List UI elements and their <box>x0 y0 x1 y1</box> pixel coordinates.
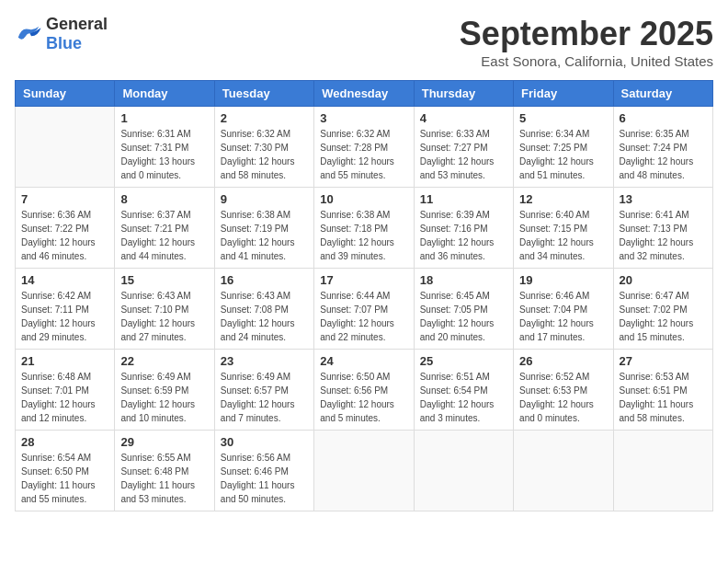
day-number: 7 <box>21 192 108 206</box>
day-info: Sunrise: 6:45 AM Sunset: 7:05 PM Dayligh… <box>420 289 507 344</box>
day-number: 6 <box>620 111 707 125</box>
day-number: 25 <box>420 354 507 368</box>
day-info: Sunrise: 6:38 AM Sunset: 7:19 PM Dayligh… <box>221 208 308 263</box>
day-info: Sunrise: 6:42 AM Sunset: 7:11 PM Dayligh… <box>21 289 108 344</box>
day-info: Sunrise: 6:32 AM Sunset: 7:28 PM Dayligh… <box>320 127 407 182</box>
calendar-week-1: 1Sunrise: 6:31 AM Sunset: 7:31 PM Daylig… <box>16 107 713 188</box>
calendar-week-4: 21Sunrise: 6:48 AM Sunset: 7:01 PM Dayli… <box>16 350 713 431</box>
day-number: 3 <box>320 111 407 125</box>
day-info: Sunrise: 6:56 AM Sunset: 6:46 PM Dayligh… <box>221 451 308 506</box>
calendar-table: SundayMondayTuesdayWednesdayThursdayFrid… <box>15 80 713 511</box>
day-info: Sunrise: 6:39 AM Sunset: 7:16 PM Dayligh… <box>420 208 507 263</box>
calendar-cell <box>314 431 414 511</box>
day-number: 21 <box>21 354 108 368</box>
day-info: Sunrise: 6:41 AM Sunset: 7:13 PM Dayligh… <box>620 208 707 263</box>
calendar-cell: 17Sunrise: 6:44 AM Sunset: 7:07 PM Dayli… <box>314 269 414 350</box>
day-info: Sunrise: 6:35 AM Sunset: 7:24 PM Dayligh… <box>620 127 707 182</box>
location-title: East Sonora, California, United States <box>460 53 713 69</box>
day-info: Sunrise: 6:46 AM Sunset: 7:04 PM Dayligh… <box>519 289 607 344</box>
day-info: Sunrise: 6:55 AM Sunset: 6:48 PM Dayligh… <box>120 451 208 506</box>
day-number: 19 <box>519 273 607 287</box>
calendar-header-saturday: Saturday <box>613 81 712 107</box>
calendar-cell: 10Sunrise: 6:38 AM Sunset: 7:18 PM Dayli… <box>314 188 414 269</box>
calendar-cell <box>414 431 513 511</box>
calendar-cell: 6Sunrise: 6:35 AM Sunset: 7:24 PM Daylig… <box>613 107 712 188</box>
day-number: 5 <box>519 111 607 125</box>
day-info: Sunrise: 6:54 AM Sunset: 6:50 PM Dayligh… <box>21 451 108 506</box>
day-number: 8 <box>120 192 208 206</box>
calendar-header-row: SundayMondayTuesdayWednesdayThursdayFrid… <box>16 81 713 107</box>
day-number: 27 <box>620 354 707 368</box>
day-info: Sunrise: 6:51 AM Sunset: 6:54 PM Dayligh… <box>420 370 507 425</box>
calendar-header-tuesday: Tuesday <box>214 81 313 107</box>
day-info: Sunrise: 6:38 AM Sunset: 7:18 PM Dayligh… <box>320 208 407 263</box>
calendar-cell: 18Sunrise: 6:45 AM Sunset: 7:05 PM Dayli… <box>414 269 513 350</box>
logo-general: General <box>46 15 108 33</box>
calendar-cell <box>514 431 613 511</box>
calendar-week-3: 14Sunrise: 6:42 AM Sunset: 7:11 PM Dayli… <box>16 269 713 350</box>
page-header: General Blue September 2025 East Sonora,… <box>15 15 713 69</box>
day-number: 17 <box>320 273 407 287</box>
calendar-cell <box>613 431 712 511</box>
day-number: 30 <box>221 435 308 449</box>
calendar-cell: 15Sunrise: 6:43 AM Sunset: 7:10 PM Dayli… <box>115 269 214 350</box>
day-info: Sunrise: 6:48 AM Sunset: 7:01 PM Dayligh… <box>21 370 108 425</box>
day-info: Sunrise: 6:49 AM Sunset: 6:57 PM Dayligh… <box>221 370 308 425</box>
calendar-cell <box>16 107 115 188</box>
day-info: Sunrise: 6:50 AM Sunset: 6:56 PM Dayligh… <box>320 370 407 425</box>
calendar-cell: 23Sunrise: 6:49 AM Sunset: 6:57 PM Dayli… <box>214 350 313 431</box>
calendar-cell: 11Sunrise: 6:39 AM Sunset: 7:16 PM Dayli… <box>414 188 513 269</box>
day-number: 22 <box>120 354 208 368</box>
day-info: Sunrise: 6:36 AM Sunset: 7:22 PM Dayligh… <box>21 208 108 263</box>
calendar-cell: 8Sunrise: 6:37 AM Sunset: 7:21 PM Daylig… <box>115 188 214 269</box>
calendar-cell: 30Sunrise: 6:56 AM Sunset: 6:46 PM Dayli… <box>214 431 313 511</box>
calendar-cell: 28Sunrise: 6:54 AM Sunset: 6:50 PM Dayli… <box>16 431 115 511</box>
day-number: 18 <box>420 273 507 287</box>
day-info: Sunrise: 6:37 AM Sunset: 7:21 PM Dayligh… <box>120 208 208 263</box>
calendar-cell: 14Sunrise: 6:42 AM Sunset: 7:11 PM Dayli… <box>16 269 115 350</box>
day-number: 26 <box>519 354 607 368</box>
day-number: 4 <box>420 111 507 125</box>
logo-blue: Blue <box>46 34 82 52</box>
calendar-cell: 27Sunrise: 6:53 AM Sunset: 6:51 PM Dayli… <box>613 350 712 431</box>
calendar-cell: 20Sunrise: 6:47 AM Sunset: 7:02 PM Dayli… <box>613 269 712 350</box>
logo-text: General Blue <box>46 15 108 53</box>
day-number: 29 <box>120 435 208 449</box>
day-number: 20 <box>620 273 707 287</box>
calendar-cell: 22Sunrise: 6:49 AM Sunset: 6:59 PM Dayli… <box>115 350 214 431</box>
month-title: September 2025 <box>460 15 713 53</box>
day-info: Sunrise: 6:53 AM Sunset: 6:51 PM Dayligh… <box>620 370 707 425</box>
day-number: 28 <box>21 435 108 449</box>
day-number: 2 <box>221 111 308 125</box>
calendar-cell: 4Sunrise: 6:33 AM Sunset: 7:27 PM Daylig… <box>414 107 513 188</box>
day-info: Sunrise: 6:44 AM Sunset: 7:07 PM Dayligh… <box>320 289 407 344</box>
calendar-week-5: 28Sunrise: 6:54 AM Sunset: 6:50 PM Dayli… <box>16 431 713 511</box>
logo-bird-icon <box>15 23 42 45</box>
calendar-cell: 19Sunrise: 6:46 AM Sunset: 7:04 PM Dayli… <box>514 269 613 350</box>
day-info: Sunrise: 6:31 AM Sunset: 7:31 PM Dayligh… <box>120 127 208 182</box>
logo: General Blue <box>15 15 108 53</box>
day-info: Sunrise: 6:33 AM Sunset: 7:27 PM Dayligh… <box>420 127 507 182</box>
calendar-cell: 9Sunrise: 6:38 AM Sunset: 7:19 PM Daylig… <box>214 188 313 269</box>
day-info: Sunrise: 6:52 AM Sunset: 6:53 PM Dayligh… <box>519 370 607 425</box>
calendar-cell: 24Sunrise: 6:50 AM Sunset: 6:56 PM Dayli… <box>314 350 414 431</box>
day-info: Sunrise: 6:47 AM Sunset: 7:02 PM Dayligh… <box>620 289 707 344</box>
calendar-cell: 25Sunrise: 6:51 AM Sunset: 6:54 PM Dayli… <box>414 350 513 431</box>
calendar-header-monday: Monday <box>115 81 214 107</box>
calendar-cell: 2Sunrise: 6:32 AM Sunset: 7:30 PM Daylig… <box>214 107 313 188</box>
day-number: 24 <box>320 354 407 368</box>
calendar-header-sunday: Sunday <box>16 81 115 107</box>
day-info: Sunrise: 6:32 AM Sunset: 7:30 PM Dayligh… <box>221 127 308 182</box>
calendar-cell: 13Sunrise: 6:41 AM Sunset: 7:13 PM Dayli… <box>613 188 712 269</box>
day-number: 10 <box>320 192 407 206</box>
day-info: Sunrise: 6:34 AM Sunset: 7:25 PM Dayligh… <box>519 127 607 182</box>
day-number: 16 <box>221 273 308 287</box>
day-info: Sunrise: 6:49 AM Sunset: 6:59 PM Dayligh… <box>120 370 208 425</box>
calendar-cell: 7Sunrise: 6:36 AM Sunset: 7:22 PM Daylig… <box>16 188 115 269</box>
calendar-header-friday: Friday <box>514 81 613 107</box>
calendar-cell: 1Sunrise: 6:31 AM Sunset: 7:31 PM Daylig… <box>115 107 214 188</box>
calendar-cell: 26Sunrise: 6:52 AM Sunset: 6:53 PM Dayli… <box>514 350 613 431</box>
day-number: 12 <box>519 192 607 206</box>
calendar-header-thursday: Thursday <box>414 81 513 107</box>
day-info: Sunrise: 6:43 AM Sunset: 7:08 PM Dayligh… <box>221 289 308 344</box>
